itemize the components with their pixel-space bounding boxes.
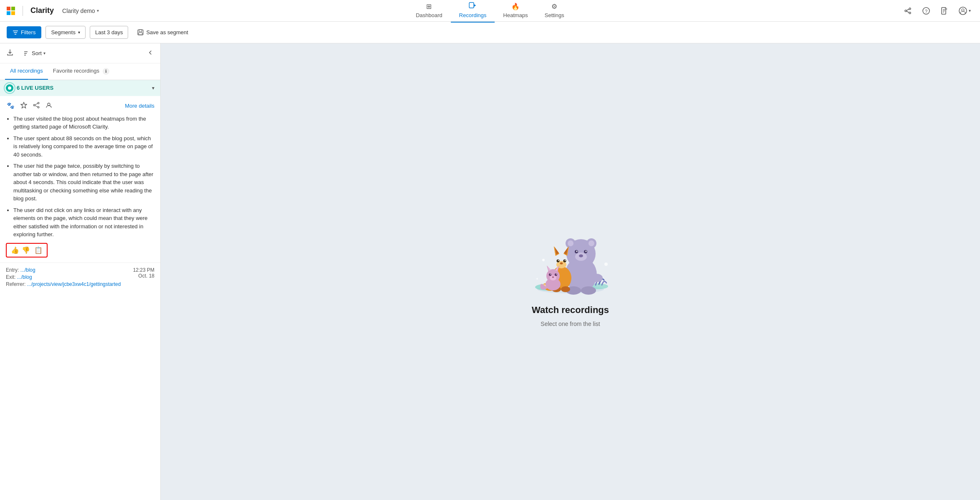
main-navigation: ⊞ Dashboard Recordings 🔥 Heatmaps ⚙ Sett… — [407, 0, 573, 23]
save-segment-button[interactable]: Save as segment — [132, 26, 193, 38]
svg-text:?: ? — [925, 8, 927, 13]
svg-point-74 — [555, 273, 557, 276]
filters-button[interactable]: Filters — [7, 26, 41, 38]
thumbs-down-button[interactable]: 👎 — [22, 246, 30, 254]
svg-point-37 — [568, 240, 573, 246]
svg-point-65 — [561, 286, 570, 292]
svg-point-72 — [550, 275, 556, 280]
nav-dashboard[interactable]: ⊞ Dashboard — [407, 0, 451, 23]
segments-button[interactable]: Segments ▾ — [45, 26, 86, 39]
animals-illustration — [525, 216, 616, 300]
nav-settings-label: Settings — [545, 12, 564, 18]
microsoft-logo — [7, 7, 15, 15]
live-indicator — [6, 84, 13, 92]
tab-all-label: All recordings — [10, 68, 43, 74]
project-selector[interactable]: Clarity demo ▾ — [59, 6, 102, 16]
card-actions: 🐾 More details — [6, 101, 154, 111]
nav-dashboard-label: Dashboard — [416, 12, 442, 18]
svg-point-79 — [604, 263, 608, 266]
svg-rect-20 — [139, 33, 142, 35]
sort-button[interactable]: Sort ▾ — [20, 48, 49, 58]
segments-chevron-icon: ▾ — [78, 30, 80, 35]
nav-settings[interactable]: ⚙ Settings — [536, 0, 573, 23]
sidebar-tabs: All recordings Favorite recordings ℹ — [0, 63, 160, 80]
svg-point-45 — [579, 255, 583, 258]
sidebar-controls-left: Sort ▾ — [5, 48, 49, 59]
settings-icon: ⚙ — [551, 3, 557, 10]
share-recording-button[interactable] — [32, 101, 40, 111]
top-navigation: Clarity Clarity demo ▾ ⊞ Dashboard Recor… — [0, 0, 980, 22]
entry-info: Entry: .../blog — [6, 267, 121, 273]
user-profile-button[interactable] — [45, 101, 53, 111]
referrer-path[interactable]: .../projects/view/jcbe3xw4c1/gettingstar… — [27, 281, 121, 287]
referrer-info: Referrer: .../projects/view/jcbe3xw4c1/g… — [6, 281, 121, 287]
download-button[interactable] — [5, 48, 15, 59]
watch-recordings-subtitle: Select one from the list — [541, 321, 600, 327]
tab-all-recordings[interactable]: All recordings — [5, 63, 48, 80]
clarity-brand: Clarity — [30, 6, 54, 15]
svg-point-60 — [558, 260, 558, 261]
save-segment-label: Save as segment — [146, 29, 188, 35]
entry-path[interactable]: .../blog — [20, 267, 35, 273]
days-filter-button[interactable]: Last 3 days — [90, 26, 129, 39]
svg-line-29 — [35, 106, 38, 107]
svg-point-73 — [549, 273, 551, 276]
svg-line-6 — [907, 11, 909, 13]
favorite-info-badge: ℹ — [103, 68, 109, 75]
recording-time: 12:23 PM — [133, 267, 154, 273]
svg-point-4 — [909, 12, 911, 14]
feedback-box: 👍 👎 📋 — [6, 243, 48, 258]
filters-label: Filters — [21, 29, 35, 35]
collapse-button[interactable] — [145, 48, 155, 59]
exit-path[interactable]: .../blog — [17, 274, 32, 280]
svg-marker-24 — [21, 102, 27, 108]
user-menu-button[interactable]: ▾ — [956, 4, 973, 18]
svg-point-27 — [38, 106, 39, 108]
svg-point-25 — [38, 102, 39, 104]
thumbs-up-button[interactable]: 👍 — [11, 246, 19, 254]
exit-info: Exit: .../blog — [6, 274, 121, 280]
svg-line-28 — [35, 104, 38, 105]
svg-point-49 — [581, 286, 596, 295]
svg-point-61 — [564, 260, 565, 261]
dashboard-icon: ⊞ — [426, 3, 432, 10]
svg-point-13 — [959, 7, 967, 15]
svg-point-14 — [962, 9, 964, 11]
live-users-bar[interactable]: 6 LIVE USERS ▾ — [0, 80, 160, 96]
card-bullet-list: The user visited the blog post about hea… — [6, 115, 154, 239]
document-button[interactable] — [938, 4, 951, 18]
watch-recordings-title: Watch recordings — [532, 305, 609, 316]
ai-summary-icon[interactable]: 🐾 — [6, 101, 15, 110]
svg-point-3 — [905, 10, 907, 12]
svg-point-58 — [556, 260, 559, 263]
help-button[interactable]: ? — [919, 4, 933, 18]
referrer-label: Referrer: — [6, 281, 25, 287]
svg-point-39 — [589, 240, 594, 246]
svg-rect-0 — [470, 3, 474, 8]
svg-point-43 — [576, 251, 577, 252]
svg-point-47 — [591, 274, 603, 282]
favorite-button[interactable] — [20, 101, 28, 111]
svg-point-44 — [585, 251, 586, 252]
toolbar: Filters Segments ▾ Last 3 days Save as s… — [0, 22, 980, 43]
copy-button[interactable]: 📋 — [34, 246, 43, 254]
svg-point-78 — [542, 259, 545, 261]
bullet-1: The user visited the blog post about hea… — [13, 115, 154, 131]
live-users-chevron-icon: ▾ — [152, 85, 154, 91]
nav-recordings[interactable]: Recordings — [451, 0, 495, 23]
card-meta-right: 12:23 PM Oct. 18 — [133, 267, 154, 279]
recording-date: Oct. 18 — [133, 273, 154, 279]
user-chevron-icon: ▾ — [969, 8, 971, 13]
share-button[interactable] — [901, 4, 914, 18]
tab-favorite-recordings[interactable]: Favorite recordings ℹ — [48, 63, 114, 80]
more-details-link[interactable]: More details — [125, 103, 154, 109]
recordings-icon — [469, 2, 477, 10]
chevron-down-icon: ▾ — [97, 8, 99, 13]
sidebar-controls: Sort ▾ — [0, 43, 160, 63]
topnav-right-actions: ? ▾ — [901, 4, 973, 18]
brand-area: Clarity — [7, 6, 54, 16]
svg-point-26 — [33, 104, 35, 106]
entry-label: Entry: — [6, 267, 19, 273]
exit-label: Exit: — [6, 274, 15, 280]
nav-heatmaps[interactable]: 🔥 Heatmaps — [495, 0, 536, 23]
